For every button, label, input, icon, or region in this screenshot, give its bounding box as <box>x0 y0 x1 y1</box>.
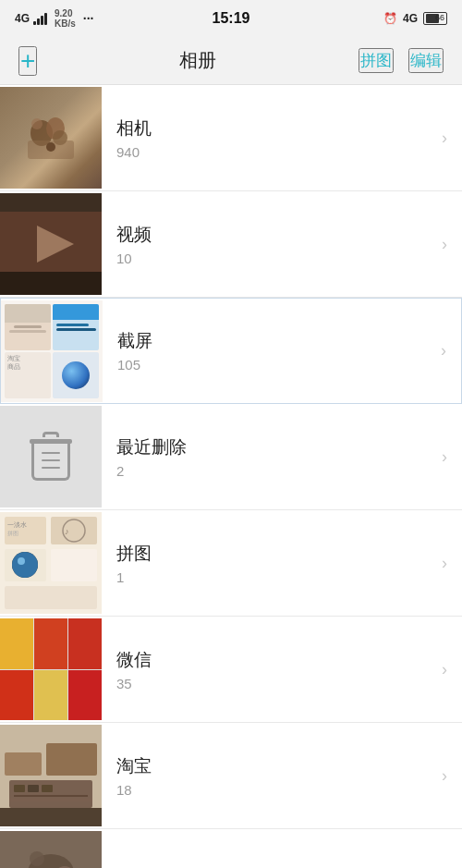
signal-bar-4 <box>44 13 47 25</box>
svg-rect-25 <box>14 785 25 792</box>
album-info-taobao: 淘宝 18 <box>116 754 442 798</box>
trash-body <box>31 444 70 481</box>
battery-level: 66 <box>435 13 444 23</box>
dots-menu: ··· <box>83 11 94 26</box>
album-thumbnail-deleted <box>0 406 102 507</box>
album-info-screenshot: 截屏 105 <box>117 329 441 373</box>
svg-rect-14 <box>51 517 97 544</box>
chevron-video: › <box>442 235 447 254</box>
nav-actions: 拼图 编辑 <box>359 48 444 73</box>
album-count-puzzle: 1 <box>116 569 442 585</box>
nav-title: 相册 <box>179 48 216 73</box>
album-item-video[interactable]: 视频 10 › <box>0 191 462 298</box>
album-item-camera[interactable]: 相机 940 › <box>0 85 462 191</box>
album-item-wechat[interactable]: 微信 35 › <box>0 617 462 723</box>
album-name-taobao: 淘宝 <box>116 754 442 778</box>
taobao-thumb-svg <box>0 725 102 826</box>
album-count-taobao: 18 <box>116 782 442 798</box>
album-count-video: 10 <box>116 251 442 266</box>
wechat-thumb-image <box>0 618 102 720</box>
chevron-deleted: › <box>442 447 447 467</box>
svg-rect-22 <box>5 586 97 609</box>
4g-label: 4G <box>403 12 418 25</box>
trash-lid <box>30 439 72 444</box>
album-item-taobao[interactable]: 淘宝 18 › <box>0 723 462 829</box>
album-info-video: 视频 10 <box>116 223 442 266</box>
album-item-deleted[interactable]: 最近删除 2 › <box>0 404 462 510</box>
status-right: ⏰ 4G 66 <box>383 12 447 25</box>
album-thumbnail-puzzle: 一淡水 拼图 ♪ <box>0 512 102 614</box>
trash-line-3 <box>42 467 60 469</box>
album-name-camera: 相机 <box>116 116 442 141</box>
signal-bar-1 <box>33 21 36 25</box>
album-thumbnail-camera <box>0 87 102 189</box>
camera-thumb-svg <box>18 105 83 170</box>
svg-text:拼图: 拼图 <box>7 531 18 536</box>
trash-line-2 <box>42 459 60 461</box>
chevron-screenshot: › <box>441 341 446 361</box>
video-thumb-image <box>0 193 102 295</box>
add-button[interactable]: + <box>18 46 37 76</box>
svg-point-19 <box>12 552 38 578</box>
video-thumb-svg <box>0 193 102 295</box>
album-thumbnail-taobao <box>0 725 102 826</box>
svg-text:♪: ♪ <box>65 527 69 536</box>
pictures-thumb-svg <box>0 831 102 868</box>
signal-bar-3 <box>41 16 43 25</box>
album-count-wechat: 35 <box>116 676 442 691</box>
album-item-pictures[interactable]: Pictures › <box>0 829 462 868</box>
svg-rect-9 <box>0 272 102 295</box>
signal-bars <box>33 12 47 25</box>
status-bar: 4G 9.20KB/s ··· 15:19 ⏰ 4G 66 <box>0 0 462 37</box>
status-time: 15:19 <box>213 10 250 27</box>
puzzle-button[interactable]: 拼图 <box>359 48 394 73</box>
deleted-thumb-image <box>0 406 102 507</box>
album-thumbnail-pictures <box>0 831 102 868</box>
album-name-puzzle: 拼图 <box>116 542 442 566</box>
chevron-taobao: › <box>442 766 447 786</box>
svg-rect-24 <box>9 780 92 808</box>
svg-rect-31 <box>5 752 42 776</box>
screenshot-thumb-image: 淘宝商品 <box>1 300 103 402</box>
album-name-video: 视频 <box>116 223 442 247</box>
alarm-icon: ⏰ <box>383 12 397 25</box>
svg-point-20 <box>18 557 25 565</box>
trash-handle <box>43 432 59 437</box>
album-list: 相机 940 › 视频 10 › <box>0 85 462 868</box>
album-count-screenshot: 105 <box>117 357 441 373</box>
album-info-puzzle: 拼图 1 <box>116 542 442 585</box>
puzzle-thumb-image: 一淡水 拼图 ♪ <box>0 512 102 614</box>
album-info-wechat: 微信 35 <box>116 648 442 691</box>
pictures-thumb-image <box>0 831 102 868</box>
svg-rect-26 <box>28 785 39 792</box>
album-name-deleted: 最近删除 <box>116 435 442 459</box>
svg-text:一淡水: 一淡水 <box>7 521 27 529</box>
svg-point-2 <box>31 118 43 129</box>
svg-rect-21 <box>51 549 97 581</box>
puzzle-thumb-svg: 一淡水 拼图 ♪ <box>0 512 102 614</box>
album-thumbnail-video <box>0 193 102 295</box>
chevron-puzzle: › <box>442 554 447 573</box>
edit-button[interactable]: 编辑 <box>408 48 444 73</box>
battery-indicator: 66 <box>423 12 447 25</box>
album-info-camera: 相机 940 <box>116 116 442 160</box>
svg-rect-29 <box>9 799 92 801</box>
taobao-thumb-image <box>0 725 102 826</box>
album-count-camera: 940 <box>116 144 442 160</box>
svg-rect-32 <box>46 743 97 776</box>
svg-rect-28 <box>14 795 88 797</box>
svg-point-5 <box>46 142 55 152</box>
album-count-deleted: 2 <box>116 463 442 479</box>
album-item-puzzle[interactable]: 一淡水 拼图 ♪ 拼图 1 › <box>0 510 462 617</box>
carrier-label: 4G <box>15 12 30 25</box>
album-item-screenshot[interactable]: 淘宝商品 截屏 105 › <box>0 298 462 404</box>
album-info-deleted: 最近删除 2 <box>116 435 442 479</box>
album-thumbnail-wechat <box>0 618 102 720</box>
status-left: 4G 9.20KB/s ··· <box>15 8 93 29</box>
svg-rect-30 <box>0 808 102 826</box>
trash-icon <box>28 432 74 483</box>
chevron-camera: › <box>442 128 447 148</box>
signal-bar-2 <box>37 18 40 25</box>
album-thumbnail-screenshot: 淘宝商品 <box>1 300 103 402</box>
camera-thumb-image <box>0 87 102 189</box>
